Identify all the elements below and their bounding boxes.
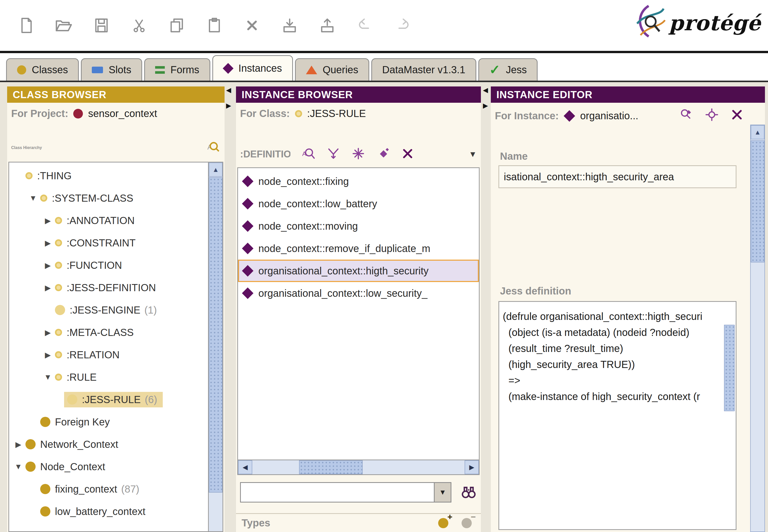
expander-expanded-icon[interactable] — [26, 194, 40, 202]
tab-jess[interactable]: Jess — [478, 58, 538, 81]
expander-collapsed-icon[interactable] — [41, 239, 55, 247]
delete-instance-button[interactable] — [401, 147, 414, 161]
instance-name-field[interactable] — [498, 165, 736, 188]
tab-instances[interactable]: Instances — [212, 55, 293, 81]
undo-arrow-icon — [357, 17, 373, 34]
class-icon — [40, 195, 47, 202]
tab-label: Classes — [32, 64, 68, 76]
tab-queries[interactable]: Queries — [295, 58, 369, 81]
tree-item-jess-engine[interactable]: :JESS-ENGINE (1) — [9, 299, 207, 321]
tab-slots[interactable]: Slots — [81, 58, 142, 81]
scroll-up-button[interactable] — [209, 162, 223, 177]
remove-type-button[interactable] — [462, 518, 472, 528]
open-project-button[interactable] — [52, 13, 76, 38]
tab-datamaster[interactable]: DataMaster v1.3.1 — [371, 58, 476, 81]
more-options-button[interactable] — [469, 150, 477, 159]
jess-definition-editor[interactable]: (defrule organisational_context::higth_s… — [498, 301, 736, 530]
search-binoculars-button[interactable] — [461, 485, 477, 500]
expander-collapsed-icon[interactable] — [41, 216, 55, 225]
splitter-expand-right-icon[interactable] — [226, 102, 231, 109]
cut-scissors-icon — [131, 18, 147, 33]
view-references-button[interactable] — [680, 108, 693, 124]
jess-check-icon — [489, 63, 500, 77]
code-scrollbar-thumb[interactable] — [724, 325, 735, 411]
class-tree-rows: :THING :SYSTEM-CLASS :ANNOTATION :CONSTR… — [9, 165, 207, 523]
instance-browser-panel: INSTANCE BROWSER For Class: :JESS-RULE :… — [236, 86, 481, 532]
tree-item-low-battery-context[interactable]: low_battery_context — [9, 500, 207, 523]
tab-bar: Classes Slots Forms Instances Queries Da… — [0, 53, 768, 82]
instance-toolbar: :DEFINITIO A — [240, 145, 477, 163]
redo-button[interactable] — [390, 13, 415, 38]
copy-instance-button[interactable] — [376, 147, 390, 161]
combo-dropdown-button[interactable] — [434, 483, 451, 502]
scroll-left-button[interactable] — [238, 460, 252, 474]
expander-expanded-icon[interactable] — [41, 373, 55, 381]
expander-collapsed-icon[interactable] — [11, 440, 25, 449]
annotate-instance-button[interactable] — [705, 108, 719, 124]
instance-item[interactable]: node_context::low_battery — [238, 193, 479, 215]
scroll-right-button[interactable] — [465, 460, 479, 474]
expander-collapsed-icon[interactable] — [41, 283, 55, 292]
class-tree-scrollbar[interactable] — [208, 162, 223, 531]
tab-label: Queries — [323, 64, 358, 76]
instance-list-hscrollbar[interactable] — [238, 460, 479, 474]
expander-expanded-icon[interactable] — [11, 462, 25, 471]
tree-item-jess-rule-selected[interactable]: :JESS-RULE (6) — [9, 388, 207, 411]
scroll-up-button[interactable] — [751, 125, 764, 139]
scrollbar-thumb[interactable] — [751, 140, 764, 262]
instance-item-selected[interactable]: organisational_context::higth_security — [238, 260, 479, 282]
splitter-collapse-left-icon[interactable] — [226, 87, 231, 93]
expander-collapsed-icon[interactable] — [41, 350, 55, 359]
tree-item-relation[interactable]: :RELATION — [9, 344, 207, 366]
class-icon — [55, 262, 62, 269]
delete-button[interactable] — [240, 13, 264, 38]
tree-item-meta-class[interactable]: :META-CLASS — [9, 321, 207, 344]
add-type-button[interactable] — [438, 518, 448, 528]
find-class-button[interactable]: A — [206, 140, 220, 155]
tree-item-label: :JESS-RULE — [82, 394, 141, 405]
new-file-button[interactable] — [14, 13, 38, 38]
tree-item-rule[interactable]: :RULE — [9, 366, 207, 388]
instance-item[interactable]: node_context::remove_if_duplicate_m — [238, 237, 479, 260]
scrollbar-thumb[interactable] — [299, 460, 363, 474]
instance-item[interactable]: node_context::fixing — [238, 170, 479, 193]
cut-button[interactable] — [127, 13, 151, 38]
splitter-expand-right-icon[interactable] — [483, 102, 488, 109]
instances-icon — [223, 63, 233, 73]
tree-item-foreign-key[interactable]: Foreign Key — [9, 411, 207, 433]
instance-search-input[interactable] — [241, 483, 451, 502]
undo-button[interactable] — [353, 13, 377, 38]
tab-forms[interactable]: Forms — [144, 58, 210, 81]
tree-item-function[interactable]: :FUNCTION — [9, 254, 207, 276]
instance-label: node_context::fixing — [258, 176, 349, 187]
instance-editor-scrollbar[interactable] — [750, 125, 765, 532]
paste-button[interactable] — [202, 13, 227, 38]
view-instance-button[interactable] — [327, 147, 340, 161]
instance-item[interactable]: organisational_context::low_security_ — [238, 282, 479, 304]
archive-export-button[interactable] — [315, 13, 339, 38]
expander-collapsed-icon[interactable] — [41, 261, 55, 270]
expander-collapsed-icon[interactable] — [41, 328, 55, 337]
tree-item-constraint[interactable]: :CONSTRAINT — [9, 232, 207, 254]
instance-search-combo[interactable] — [240, 482, 451, 503]
save-project-button[interactable] — [89, 13, 114, 38]
delete-instance-button[interactable] — [730, 108, 744, 124]
tab-classes[interactable]: Classes — [6, 58, 79, 81]
tree-item-node-context[interactable]: Node_Context — [9, 455, 207, 478]
scrollbar-thumb[interactable] — [209, 177, 223, 493]
tree-item-system-class[interactable]: :SYSTEM-CLASS — [9, 187, 207, 209]
tree-item-fixing-context[interactable]: fixing_context (87) — [9, 478, 207, 500]
tree-item-jess-definition[interactable]: :JESS-DEFINITION — [9, 276, 207, 299]
tree-item-thing[interactable]: :THING — [9, 165, 207, 187]
class-hierarchy-row: Class Hierarchy A — [11, 140, 220, 155]
create-instance-button[interactable] — [351, 147, 365, 161]
archive-import-button[interactable] — [277, 13, 302, 38]
scrollbar-track[interactable] — [252, 460, 465, 474]
instance-item[interactable]: node_context::moving — [238, 215, 479, 237]
code-line: (high_security_area TRUE)) — [503, 357, 735, 373]
tree-item-annotation[interactable]: :ANNOTATION — [9, 209, 207, 232]
tree-item-network-context[interactable]: Network_Context — [9, 433, 207, 455]
splitter-collapse-left-icon[interactable] — [483, 87, 488, 93]
find-instance-button[interactable]: A — [302, 147, 315, 161]
copy-button[interactable] — [165, 13, 189, 38]
